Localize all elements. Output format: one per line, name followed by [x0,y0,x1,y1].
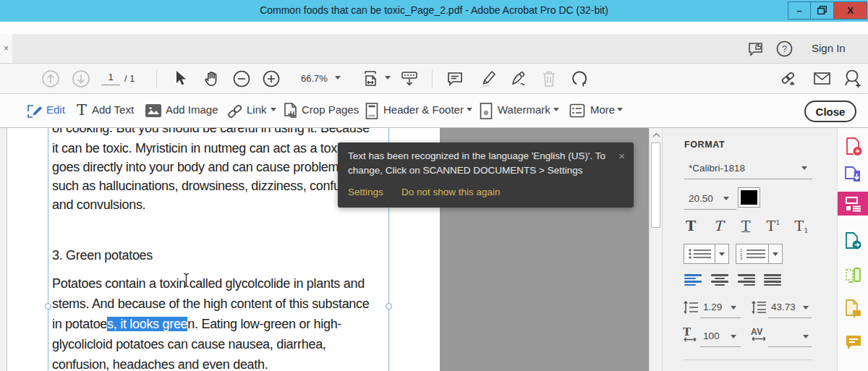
subscript-button[interactable]: T1 [793,218,810,234]
scroll-up-icon[interactable] [652,132,660,137]
doc-heading: 3. Green potatoes [52,248,153,268]
underline-button[interactable]: T [737,218,754,234]
add-text-icon[interactable]: T [77,101,87,119]
fit-dropdown-caret[interactable] [385,76,391,80]
help-icon[interactable]: ? [776,40,793,57]
align-right-button[interactable] [738,273,755,288]
vertical-scrollbar[interactable] [649,128,663,371]
align-center-button[interactable] [711,273,728,288]
doc-text-line: of cooking. But you should be careful in… [52,128,370,140]
textbox-right-handle[interactable] [386,303,392,310]
notification-close-icon[interactable]: × [618,150,625,162]
header-footer-caret[interactable] [467,108,472,111]
highlighter-tool-icon[interactable] [478,69,498,89]
align-justify-button[interactable] [764,273,781,288]
paragraph-spacing-caret[interactable] [803,306,809,310]
trash-icon [540,69,558,89]
export-pdf-tool[interactable] [838,162,868,186]
page-number-input[interactable]: 1 [101,72,120,85]
header-footer-button[interactable]: Header & Footer [383,103,464,116]
send-share-tool[interactable] [838,229,868,252]
acrobat-window: Common foods that can be toxic_Page_2.pd… [0,0,868,371]
link-dropdown-caret[interactable] [271,108,276,111]
edit-pdf-tool-active[interactable] [838,192,868,216]
next-page-button[interactable] [72,69,90,88]
add-text-button[interactable]: Add Text [92,103,134,116]
watermark-caret[interactable] [553,108,559,111]
close-edit-button[interactable]: Close [804,101,856,122]
numbered-list-button[interactable]: 123 [736,244,783,264]
kerning-caret[interactable] [803,335,809,338]
restore-button[interactable] [810,1,834,20]
bold-button[interactable]: T [682,218,699,234]
fill-sign-tool-icon[interactable] [509,69,529,89]
share-link-icon[interactable] [779,69,799,88]
crop-pages-icon[interactable] [283,102,299,120]
italic-button[interactable]: T [710,218,727,234]
more-caret[interactable] [617,108,623,111]
redo-icon[interactable] [571,69,590,88]
font-color-swatch[interactable] [738,187,760,208]
select-tool-icon[interactable] [172,69,188,88]
comment-tool-icon[interactable] [446,69,464,88]
more-icon[interactable] [569,103,585,118]
add-image-icon[interactable] [145,103,162,118]
settings-link[interactable]: Settings [348,187,383,197]
scrolling-mode-icon[interactable] [399,69,420,89]
zoom-dropdown-caret[interactable] [335,76,341,80]
hand-tool-icon[interactable] [203,69,222,89]
bullet-list-caret[interactable] [719,252,725,256]
watermark-icon[interactable] [479,102,493,120]
notification-line1: Text has been recognized in the language… [348,150,605,161]
person-add-icon[interactable] [843,69,863,89]
font-name-caret[interactable] [801,166,807,170]
edit-pdf-mode-icon[interactable] [26,103,43,120]
horizontal-scale-value[interactable]: 100 [703,331,720,341]
doc-text-line: confusion, headaches and even death. [52,357,268,371]
paragraph-spacing-underline [768,317,812,318]
edit-button-label[interactable]: Edit [46,103,65,116]
font-size-select[interactable]: 20.50 [689,193,713,204]
horizontal-scale-caret[interactable] [731,335,736,338]
link-icon[interactable] [226,103,244,120]
window-title: Common foods that can be toxic_Page_2.pd… [0,0,868,21]
dismiss-link[interactable]: Do not show this again [401,187,501,197]
crop-pages-button[interactable]: Crop Pages [302,103,359,116]
more-button[interactable]: More [590,103,615,116]
font-size-caret[interactable] [723,197,729,200]
left-pane-strip[interactable] [0,128,7,371]
align-left-button[interactable] [684,273,702,288]
zoom-level-value[interactable]: 66.7% [301,73,328,84]
watermark-button[interactable]: Watermark [498,103,550,116]
close-tab-button[interactable]: × [0,34,12,63]
add-image-button[interactable]: Add Image [166,103,218,116]
sign-in-button[interactable]: Sign In [812,42,846,54]
fit-width-icon[interactable] [360,69,380,89]
link-button[interactable]: Link [247,103,267,116]
paragraph-spacing-value[interactable]: 43.73 [771,302,796,312]
minimize-button[interactable]: – [788,1,811,20]
organize-pages-icon [844,266,863,285]
comment-tool[interactable] [838,331,868,354]
request-comments-tool[interactable] [838,297,868,320]
line-spacing-value[interactable]: 1.29 [703,302,722,312]
sel-before: in potatoe [52,317,107,331]
zoom-out-button[interactable] [232,69,251,88]
font-name-select[interactable]: *Calibri-1818 [689,163,745,174]
doc-text-line: glycolicloid potatoes can cause nausea, … [52,337,326,357]
bullet-list-button[interactable] [684,244,729,264]
email-icon[interactable] [812,70,832,87]
document-workspace: of cooking. But you should be careful in… [0,128,868,371]
line-spacing-caret[interactable] [731,306,736,310]
scrollbar-thumb[interactable] [651,142,660,228]
zoom-in-button[interactable] [262,69,281,88]
feedback-icon[interactable] [748,41,767,57]
create-pdf-tool[interactable] [838,135,868,158]
header-footer-icon[interactable] [365,102,379,120]
close-window-button[interactable]: X [833,1,867,20]
crop-organize-tool[interactable] [838,263,868,287]
previous-page-button[interactable] [41,69,60,88]
superscript-button[interactable]: T1 [765,218,782,234]
numbered-list-caret[interactable] [773,252,778,256]
textbox-left-handle[interactable] [45,303,51,310]
